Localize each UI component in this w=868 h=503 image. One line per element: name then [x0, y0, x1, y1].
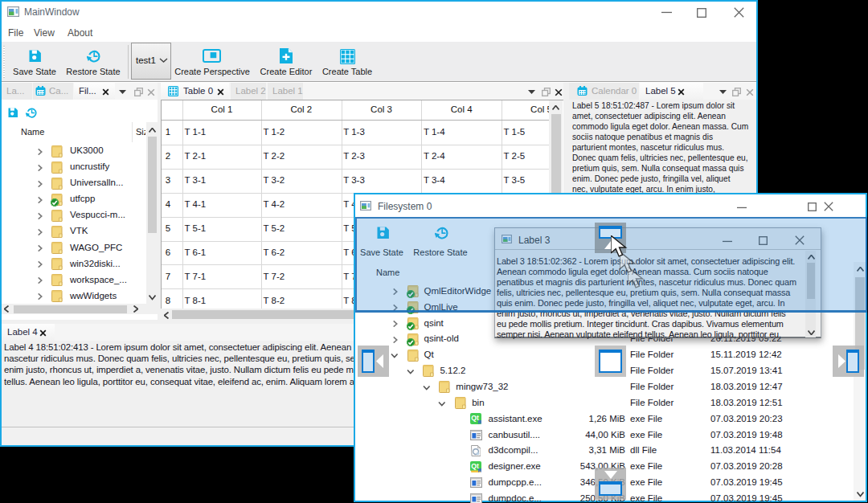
svg-text:Qt: Qt [471, 462, 479, 470]
svg-text:Qt: Qt [471, 414, 479, 422]
